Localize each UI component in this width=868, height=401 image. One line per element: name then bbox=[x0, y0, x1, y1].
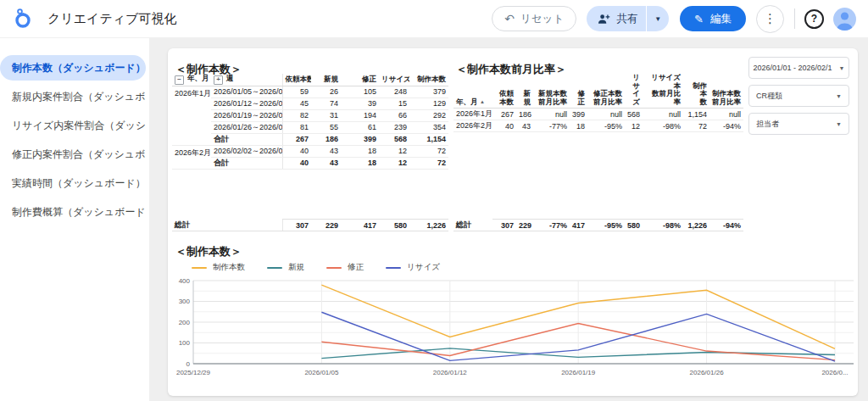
table2-row: 2026年1月267186null399null568null1,154null bbox=[453, 109, 743, 120]
table2-metric-header[interactable]: 修正本数 前月比率 bbox=[587, 74, 625, 109]
table2-metric-header[interactable]: 制作本数 前月比率 bbox=[709, 74, 743, 109]
more-options-button[interactable]: ⋮ bbox=[756, 5, 784, 33]
table2-metric-header[interactable]: 制作本 数 bbox=[683, 74, 709, 109]
caret-down-icon: ▼ bbox=[836, 93, 842, 99]
reset-button[interactable]: ↶ リセット bbox=[492, 6, 576, 31]
expand-box-icon[interactable]: + bbox=[214, 75, 223, 85]
table1-value-cell: 239 bbox=[379, 121, 409, 133]
table2-grand-total-label: 総計 bbox=[453, 220, 492, 231]
table2-value-cell: -77% bbox=[533, 120, 570, 132]
x-axis-tick-label: 2026/01/05 bbox=[304, 369, 339, 376]
legend-item[interactable]: 修正 bbox=[326, 262, 364, 273]
table1-grand-total-label: 総計 bbox=[172, 220, 282, 231]
legend-label: 新規 bbox=[288, 262, 304, 273]
table1-value-cell: 354 bbox=[409, 121, 448, 133]
caret-down-icon: ▼ bbox=[839, 65, 845, 71]
table2-metric-header[interactable]: リサイズ本 数前月比率 bbox=[643, 74, 683, 109]
table2-month-cell: 2026年1月 bbox=[453, 109, 492, 120]
legend-label: リサイズ bbox=[407, 262, 440, 273]
table2-grand-total-cell: 417 bbox=[570, 220, 587, 231]
share-button[interactable]: 共有 bbox=[587, 6, 646, 31]
table2-metric-header[interactable]: 新規 bbox=[516, 74, 533, 109]
looker-studio-logo-icon bbox=[12, 8, 34, 30]
sidebar-item-6[interactable]: 制作費概算（ダッシュボード） bbox=[0, 199, 146, 225]
y-axis-tick-label: 0 bbox=[186, 360, 191, 368]
legend-item[interactable]: 制作本数 bbox=[192, 262, 245, 273]
table1-value-cell: 43 bbox=[311, 145, 341, 157]
table1-subtotal-label: 合計 bbox=[211, 157, 282, 169]
table1-dim-header[interactable]: +週 bbox=[211, 74, 282, 86]
table2-grand-total-row: 総計307229-77%417-95%580-98%1,226-94% bbox=[453, 220, 743, 231]
chart-title: ＜制作本数＞ bbox=[175, 244, 242, 259]
table1-subtotal-cell: 72 bbox=[409, 157, 448, 169]
table1-value-cell: 39 bbox=[341, 97, 379, 109]
table2: 年、月 ▲依頼 本数新規新規本数 前月比率修正修正本数 前月比率リサ イズリサイ… bbox=[453, 74, 743, 132]
table1-subtotal-cell: 40 bbox=[282, 157, 311, 169]
person-add-icon bbox=[598, 13, 610, 25]
table2-grand-total-cell: 1,226 bbox=[683, 220, 709, 231]
sidebar-item-3[interactable]: リサイズ内案件割合（ダッシ... bbox=[0, 113, 146, 138]
sort-ascending-icon: ▲ bbox=[480, 99, 485, 104]
caret-down-icon: ▼ bbox=[836, 121, 842, 127]
legend-item[interactable]: 新規 bbox=[267, 262, 304, 273]
sidebar-item-label: 修正内案件割合（ダッシュボ... bbox=[12, 148, 146, 162]
legend-item[interactable]: リサイズ bbox=[386, 262, 440, 273]
table1-week-row: 2026/01/26～2026/02/01 ...815561239354 bbox=[172, 121, 448, 133]
table2-sort-header[interactable]: 年、月 ▲ bbox=[453, 74, 492, 109]
reset-button-label: リセット bbox=[520, 12, 564, 26]
table1-value-cell: 194 bbox=[341, 109, 379, 121]
table2-metric-header[interactable]: 修正 bbox=[570, 74, 587, 109]
table1-metric-header[interactable]: 制作本数 bbox=[409, 74, 448, 86]
x-axis-tick-label: 2026/01/26 bbox=[690, 369, 725, 376]
table1-week-cell: 2026/01/19～2026/01/25 ... bbox=[211, 109, 282, 121]
legend-label: 修正 bbox=[348, 262, 364, 273]
date-range-filter[interactable]: 2026/01/01 - 2026/02/1 ▼ bbox=[748, 57, 849, 79]
table1-value-cell: 66 bbox=[379, 109, 409, 121]
table1-metric-header[interactable]: リサイズ bbox=[379, 74, 409, 86]
table1-value-cell: 61 bbox=[341, 121, 379, 133]
table1-week-row: 2026年1月2026/01/05～2026/01/11 ...59261052… bbox=[172, 86, 448, 97]
table2-metric-header[interactable]: 依頼 本数 bbox=[492, 74, 516, 109]
user-avatar[interactable] bbox=[833, 8, 856, 31]
table2-value-cell: 43 bbox=[516, 120, 533, 132]
sidebar-item-5[interactable]: 実績時間（ダッシュボード） bbox=[0, 170, 146, 196]
table1-value-cell: 292 bbox=[409, 109, 448, 121]
table1-week-row: 2026/01/12～2026/01/18 ...45743915129 bbox=[172, 97, 448, 109]
x-axis-tick-label: 2026/01/12 bbox=[433, 369, 468, 376]
table2-value-cell: 399 bbox=[570, 109, 587, 120]
table1-grand-total-cell: 1,226 bbox=[409, 220, 448, 231]
pencil-icon: ✎ bbox=[694, 14, 704, 25]
sidebar-item-2[interactable]: 新規内案件割合（ダッシュボ... bbox=[0, 84, 146, 109]
table1-value-cell: 31 bbox=[311, 109, 341, 121]
legend-swatch bbox=[267, 267, 282, 269]
sidebar-item-1[interactable]: 制作本数（ダッシュボード） bbox=[0, 55, 146, 81]
owner-filter[interactable]: 担当者 ▼ bbox=[748, 113, 849, 135]
table1-dim-header[interactable]: −年、月 bbox=[172, 74, 211, 86]
table2-value-cell: null bbox=[533, 109, 570, 120]
table2-grand-total-cell: -95% bbox=[587, 220, 625, 231]
table2-month-cell: 2026年2月 bbox=[453, 120, 492, 132]
legend-label: 制作本数 bbox=[213, 262, 245, 273]
table2-value-cell: -94% bbox=[709, 120, 743, 132]
table1-subtotal-label: 合計 bbox=[211, 133, 282, 145]
table1-metric-header[interactable]: 修正 bbox=[341, 74, 379, 86]
table1-subtotal-row: 合計2671863995681,154 bbox=[172, 133, 448, 145]
table1-week-cell: 2026/01/05～2026/01/11 ... bbox=[211, 86, 282, 97]
table1-metric-header[interactable]: 新規 bbox=[311, 74, 341, 86]
table1-subtotal-cell: 1,154 bbox=[409, 133, 448, 145]
help-button[interactable]: ? bbox=[804, 9, 824, 29]
table1-grand-total-cell: 417 bbox=[341, 220, 379, 231]
collapse-box-icon[interactable]: − bbox=[175, 75, 184, 85]
cr-type-filter[interactable]: CR種類 ▼ bbox=[748, 85, 849, 107]
edit-button[interactable]: ✎ 編集 bbox=[680, 6, 746, 31]
table1-month-cell: 2026年2月 bbox=[172, 145, 211, 169]
production-line-chart[interactable]: 01002003004002025/12/292026/01/052026/01… bbox=[168, 274, 858, 384]
sidebar-item-4[interactable]: 修正内案件割合（ダッシュボ... bbox=[0, 142, 146, 167]
table2-metric-header[interactable]: 新規本数 前月比率 bbox=[533, 74, 570, 109]
table2-first-header-label: 年、月 bbox=[456, 97, 480, 106]
share-dropdown-button[interactable]: ▼ bbox=[646, 6, 669, 31]
table1-metric-header[interactable]: 依頼本数 bbox=[282, 74, 311, 86]
table2-value-cell: 18 bbox=[570, 120, 587, 132]
table2-value-cell: null bbox=[587, 109, 625, 120]
table2-metric-header[interactable]: リサ イズ bbox=[625, 74, 643, 109]
